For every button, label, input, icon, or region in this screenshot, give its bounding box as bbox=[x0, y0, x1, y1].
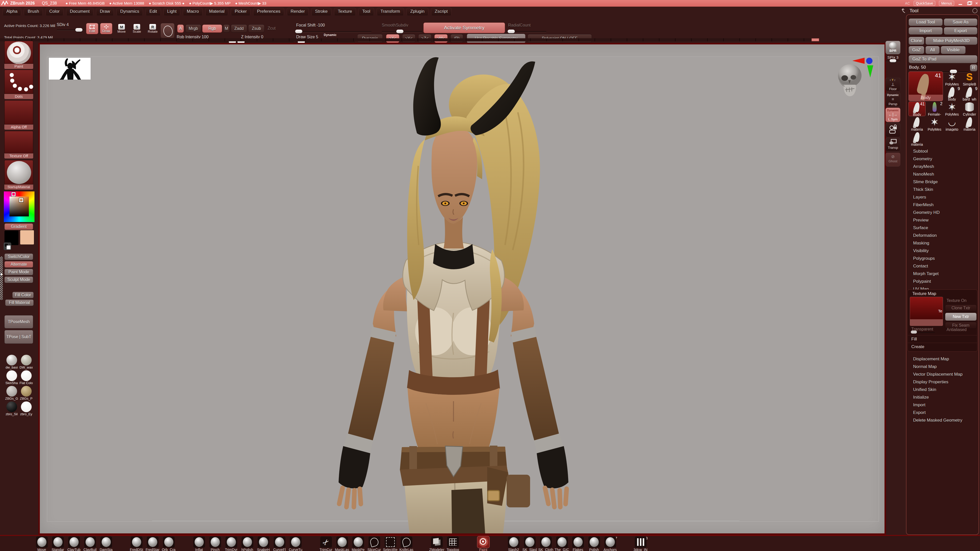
minimize-icon[interactable] bbox=[958, 1, 963, 5]
menu-item[interactable]: Stroke bbox=[311, 8, 331, 15]
stroke-preview-button[interactable] bbox=[161, 23, 175, 38]
material-preset[interactable]: dw_basi bbox=[4, 355, 19, 369]
edit-button[interactable]: Edit bbox=[86, 23, 98, 34]
menu-item[interactable]: Draw bbox=[96, 8, 114, 15]
brush-item[interactable]: Move bbox=[34, 537, 50, 551]
tool-section-item[interactable]: Slime Bridge bbox=[907, 178, 978, 186]
tool-section-item[interactable]: Masking bbox=[907, 240, 978, 247]
texture-button[interactable] bbox=[4, 131, 33, 153]
tool-section-item[interactable]: Subtool bbox=[907, 148, 978, 155]
gyro-axis-origin-icon[interactable] bbox=[866, 58, 872, 64]
tool-thumbnail[interactable]: SimpleB bbox=[961, 71, 978, 86]
save-as-button[interactable]: Save As bbox=[944, 18, 977, 26]
menu-item[interactable]: Zplugin bbox=[407, 8, 428, 15]
tool-section-item[interactable]: NanoMesh bbox=[907, 170, 978, 178]
color-picker[interactable] bbox=[4, 191, 35, 222]
brush-item[interactable]: The_GIC bbox=[554, 537, 570, 551]
gyro-axis-x-icon[interactable] bbox=[852, 58, 865, 64]
brush-item[interactable]: FredStar bbox=[145, 537, 161, 551]
menus-button[interactable]: Menus bbox=[939, 1, 954, 6]
tool-name-slider[interactable]: Body. 50 bbox=[909, 65, 968, 70]
tool-thumbnail[interactable]: 9 body bbox=[943, 87, 961, 101]
brush-item[interactable]: ClayBuil bbox=[82, 537, 98, 551]
tool-section-item[interactable]: ArrayMesh bbox=[907, 163, 978, 170]
material-preset[interactable]: Flat Colo bbox=[19, 370, 33, 385]
tool-section-item[interactable]: Deformation bbox=[907, 232, 978, 240]
load-tool-button[interactable]: Load Tool bbox=[908, 18, 943, 26]
panel-menu-circle-icon[interactable] bbox=[972, 8, 977, 13]
active-tool-thumbnail[interactable]: 41 Body bbox=[908, 71, 943, 101]
tool-thumbnail[interactable]: Cylinder bbox=[961, 102, 978, 116]
focal-shift-slider[interactable] bbox=[296, 31, 372, 32]
brush-item[interactable]: TrimDyr bbox=[223, 537, 239, 551]
menu-item[interactable]: Edit bbox=[146, 8, 161, 15]
sculpt-mode-button[interactable]: Sculpt Mode bbox=[4, 276, 33, 283]
brush-item[interactable]: 7 Anchors bbox=[602, 537, 618, 551]
material-preset[interactable]: zbro_Ey bbox=[19, 402, 33, 416]
brush-item[interactable]: Topolog bbox=[445, 537, 461, 551]
tool-thumbnail[interactable]: PolyMes bbox=[943, 71, 961, 86]
brush-item[interactable]: Flakes bbox=[570, 537, 586, 551]
menu-item[interactable]: Material bbox=[205, 8, 228, 15]
tool-section-item[interactable]: Initialize bbox=[907, 394, 978, 401]
menu-item[interactable]: Alpha bbox=[3, 8, 21, 15]
brush-item[interactable]: CurveFl bbox=[271, 537, 288, 551]
menu-item[interactable]: Transform bbox=[377, 8, 404, 15]
goz-to-ipad-button[interactable]: GoZ To iPad bbox=[908, 55, 977, 63]
move-button[interactable]: M Move bbox=[116, 24, 127, 33]
antialiased-button[interactable]: Antialiased bbox=[947, 327, 966, 332]
anchor-a-button[interactable]: A bbox=[177, 24, 184, 33]
brush-item[interactable]: SK_Cloth bbox=[538, 537, 554, 551]
tool-thumbnail[interactable]: 2 Female- bbox=[926, 102, 943, 116]
brush-item[interactable]: DamSta bbox=[98, 537, 114, 551]
zcut-button[interactable]: Zcut bbox=[267, 26, 275, 31]
transparency-button[interactable]: Transp bbox=[886, 138, 900, 152]
brush-item[interactable]: hPolish bbox=[239, 537, 255, 551]
sv-selector[interactable] bbox=[19, 198, 23, 202]
goz-button[interactable]: GoZ bbox=[908, 46, 924, 54]
quicksave-button[interactable]: QuickSave bbox=[913, 1, 935, 6]
tray-divider-handle[interactable] bbox=[0, 256, 3, 300]
tool-section-item[interactable]: FiberMesh bbox=[907, 201, 978, 209]
menu-item[interactable]: Picker bbox=[231, 8, 250, 15]
tool-section-item[interactable]: Delete Masked Geometry bbox=[907, 416, 978, 424]
tool-thumbnail[interactable]: materia bbox=[908, 117, 926, 131]
menu-item[interactable]: Macro bbox=[183, 8, 202, 15]
tool-section-item[interactable]: Vector Displacement Map bbox=[907, 371, 978, 378]
brush-item[interactable]: SnakeH bbox=[255, 537, 271, 551]
menu-item[interactable]: Tool bbox=[358, 8, 374, 15]
close-icon[interactable]: × bbox=[975, 1, 978, 5]
tool-section-item[interactable]: Displacement Map bbox=[907, 355, 978, 363]
activate-symmetry-button[interactable]: Activate Symmetry bbox=[423, 22, 505, 33]
scale-button[interactable]: S Scale bbox=[132, 24, 142, 33]
tool-thumbnail[interactable]: PolyMes bbox=[943, 102, 961, 116]
menu-item[interactable]: Document bbox=[66, 8, 94, 15]
alpha-button[interactable] bbox=[4, 100, 33, 125]
tool-thumbnail[interactable]: materia bbox=[908, 132, 926, 146]
brush-item[interactable]: Standar bbox=[50, 537, 66, 551]
tool-section-item[interactable]: Visibility bbox=[907, 247, 978, 255]
brush-item[interactable]: FredDSt bbox=[129, 537, 145, 551]
tool-section-item[interactable]: Polygroups bbox=[907, 255, 978, 262]
material-preset[interactable]: zbro_Sil bbox=[4, 402, 19, 416]
texture-thumbnail[interactable]: Te bbox=[910, 297, 943, 326]
material-preset[interactable]: SkinSha bbox=[4, 370, 19, 385]
texture-on-button[interactable]: Texture On bbox=[947, 299, 966, 303]
undo-history-bar[interactable] bbox=[0, 38, 819, 41]
zsub-button[interactable]: Zsub bbox=[248, 24, 264, 33]
tool-thumbnail[interactable]: PolyMes bbox=[926, 117, 943, 131]
brush-item[interactable]: Slash2 bbox=[506, 537, 522, 551]
brush-item[interactable]: Inflat bbox=[191, 537, 207, 551]
tool-section-item[interactable]: Display Properties bbox=[907, 378, 978, 386]
material-preset[interactable]: ZBGs_G bbox=[4, 386, 19, 400]
brush-item[interactable]: SK_Slasl bbox=[522, 537, 538, 551]
import-button[interactable]: Import bbox=[908, 27, 943, 35]
tool-section-item[interactable]: Export bbox=[907, 409, 978, 416]
brush-item[interactable]: Polish bbox=[586, 537, 602, 551]
tool-section-item[interactable]: Morph Target bbox=[907, 270, 978, 278]
tool-section-item[interactable]: Geometry bbox=[907, 155, 978, 163]
new-txtr-button[interactable]: New Txtr bbox=[945, 313, 977, 321]
restore-icon[interactable] bbox=[966, 1, 972, 5]
hue-selector[interactable] bbox=[11, 192, 16, 196]
menu-item[interactable]: Preferences bbox=[253, 8, 284, 15]
